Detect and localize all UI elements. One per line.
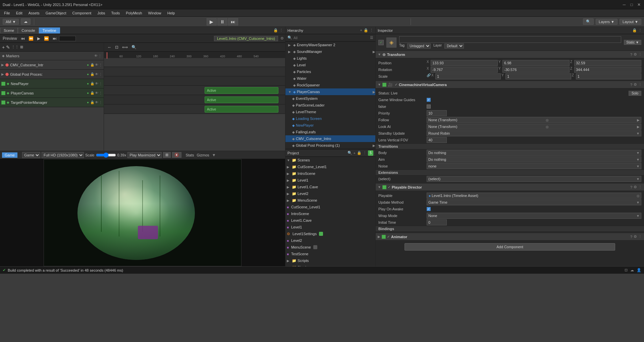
list-item[interactable]: ▶ 📁 Level1.Cave xyxy=(285,184,375,190)
list-item[interactable]: ⚙ Level1Settings xyxy=(285,230,375,237)
layout-button[interactable]: Layout ▼ xyxy=(620,19,641,25)
menu-window[interactable]: Window xyxy=(146,10,164,16)
list-item[interactable]: ◆ FallingLeafs xyxy=(285,129,375,135)
track-1-menu[interactable]: ⋮ xyxy=(99,72,102,76)
cmv-settings-icon[interactable]: ⚙ xyxy=(634,82,637,87)
playable-director-header[interactable]: ▼ ✓ Playable Director ? ⚙ ⋮ xyxy=(376,184,644,191)
close-button[interactable]: ✕ xyxy=(637,2,641,7)
transform-settings-icon[interactable]: ⚙ xyxy=(634,52,637,57)
track-3-lock[interactable]: 🔒 xyxy=(90,91,94,95)
play-on-awake-check[interactable] xyxy=(427,207,431,211)
track-1-lock[interactable]: 🔒 xyxy=(90,72,94,76)
markers-eye-icon[interactable]: 👁 xyxy=(94,54,98,58)
look-at-dropdown[interactable]: None (Transform) ◎ ▶ xyxy=(427,124,641,130)
tl-move-tool[interactable]: ↔ xyxy=(106,44,113,50)
wrap-mode-dropdown[interactable]: None ▼ xyxy=(427,213,641,219)
tl-lane-2[interactable]: Active xyxy=(104,86,285,95)
scale-z[interactable]: 1 xyxy=(576,73,641,79)
rotation-x[interactable]: -9.767 xyxy=(431,67,498,73)
pd-settings-icon[interactable]: ⚙ xyxy=(634,185,637,189)
hierarchy-filter-icon[interactable]: ☰ xyxy=(370,36,373,40)
list-item[interactable]: ■ Level2 xyxy=(285,237,375,244)
pd-help-icon[interactable]: ? xyxy=(630,185,632,189)
static-button[interactable]: Static ▼ xyxy=(624,40,641,45)
standby-update-dropdown[interactable]: Round Robin ▼ xyxy=(427,130,641,136)
follow-dropdown[interactable]: None (Transform) ◎ ▶ xyxy=(427,117,641,123)
track-0-eye[interactable]: 👁 xyxy=(95,63,98,67)
game-tab-active[interactable]: Game xyxy=(2,152,17,158)
body-dropdown[interactable]: Do nothing ▼ xyxy=(427,150,641,156)
scale-link-icon[interactable]: 🔗 xyxy=(427,73,431,79)
scale-y[interactable]: 1 xyxy=(505,73,571,79)
list-item[interactable]: ◆ Lights xyxy=(285,55,375,62)
anim-check-mark[interactable]: ✓ xyxy=(387,235,390,238)
list-item[interactable]: ◆ Particles xyxy=(285,68,375,75)
pd-check[interactable] xyxy=(382,185,386,189)
tl-lane-1[interactable] xyxy=(104,76,285,86)
add-track-button[interactable]: + xyxy=(2,45,5,50)
list-item[interactable]: ▶ 📁 Shaders xyxy=(285,264,375,266)
track-1-eye[interactable]: 👁 xyxy=(95,72,98,76)
project-search-btn[interactable]: 🔍 xyxy=(347,150,352,156)
gizmos-label[interactable]: Gizmos xyxy=(197,153,209,157)
inspector-lock-icon[interactable]: 🔒 xyxy=(632,28,637,32)
tl-end-btn[interactable]: ⏭ xyxy=(51,36,58,42)
list-item[interactable]: ■ TestScene xyxy=(285,251,375,257)
project-lock-btn[interactable]: 🔒 xyxy=(357,150,362,156)
object-active-check[interactable]: ✓ xyxy=(378,40,384,45)
list-item[interactable]: ◆ CMV_Cutscene_Intro xyxy=(285,135,375,142)
list-item[interactable]: ◆ LevelTheme xyxy=(285,109,375,115)
markers-menu-icon[interactable]: ⋮ xyxy=(98,54,102,58)
aim-dropdown[interactable]: Do nothing ▼ xyxy=(427,156,641,162)
transform-help-icon[interactable]: ? xyxy=(630,53,632,57)
tag-select[interactable]: Untagged xyxy=(407,44,431,49)
menu-file[interactable]: File xyxy=(1,10,13,16)
priority-value[interactable]: 10 xyxy=(427,110,447,116)
scale-slider[interactable] xyxy=(96,152,116,158)
add-component-button[interactable]: Add Component xyxy=(405,243,615,251)
track-3-check[interactable] xyxy=(1,91,5,95)
menu-tools[interactable]: Tools xyxy=(109,10,123,16)
cloud-button[interactable]: ☁ xyxy=(21,18,31,25)
rotation-z[interactable]: 344.444 xyxy=(574,67,641,73)
menu-component[interactable]: Component xyxy=(69,10,94,16)
cmv-check-mark[interactable]: ✓ xyxy=(395,83,397,86)
tab-timeline[interactable]: Timeline xyxy=(39,27,60,33)
tl-ripple-tool[interactable]: ⟺ xyxy=(121,44,129,50)
list-item[interactable]: ■ IntroScene xyxy=(285,210,375,217)
tl-start-btn[interactable]: ⏮ xyxy=(19,36,26,42)
tl-select-tool[interactable]: ⊡ xyxy=(114,44,120,50)
track-2-menu[interactable]: ⋮ xyxy=(99,82,102,85)
track-1-arrow[interactable]: ▶ xyxy=(1,72,4,76)
track-4-lock[interactable]: 🔒 xyxy=(90,100,94,104)
anim-check[interactable] xyxy=(382,235,386,239)
list-item[interactable]: ▶ 📁 Scripts xyxy=(285,257,375,264)
cmv-menu-icon[interactable]: ⋮ xyxy=(638,82,642,87)
list-item[interactable]: ■ Level1 xyxy=(285,224,375,230)
maximize-game-btn[interactable]: ⊞ xyxy=(163,152,171,158)
list-item[interactable]: ◆ Water xyxy=(285,75,375,82)
tl-tool-btn[interactable]: ✎ xyxy=(6,45,10,50)
track-0-arrow[interactable]: ▶ xyxy=(1,63,4,67)
track-4-menu[interactable]: ⋮ xyxy=(99,100,102,104)
track-4-check[interactable] xyxy=(1,100,5,105)
track-0-lock[interactable]: 🔒 xyxy=(90,63,94,67)
tl-zoom-tool[interactable]: 🔍 xyxy=(130,44,138,50)
tl-lane-4[interactable]: Active xyxy=(104,105,285,114)
list-item[interactable]: ▶ 📁 Level2 xyxy=(285,190,375,197)
menu-assets[interactable]: Assets xyxy=(26,10,42,16)
list-item[interactable]: ◆ PartSceneLoader xyxy=(285,102,375,109)
hierarchy-lock-icon[interactable]: 🔒 xyxy=(364,28,368,32)
tab-console[interactable]: Console xyxy=(18,27,39,33)
list-item[interactable]: ▶ 📁 Level1 xyxy=(285,177,375,184)
add-extension-dropdown[interactable]: (select) ▼ xyxy=(427,176,641,182)
project-menu-btn[interactable]: ⋮ xyxy=(363,150,367,156)
transform-menu-icon[interactable]: ⋮ xyxy=(638,52,642,57)
solo-button[interactable]: Solo xyxy=(629,91,641,96)
list-item[interactable]: ◆ EventSystem xyxy=(285,95,375,102)
anim-help-icon[interactable]: ? xyxy=(630,235,632,239)
cmv-check[interactable] xyxy=(382,83,386,87)
list-item[interactable]: ■ Level1.Cave xyxy=(285,217,375,224)
update-method-dropdown[interactable]: Game Time ▼ xyxy=(427,199,641,205)
timeline-menu-icon[interactable]: ⋮ xyxy=(279,28,283,32)
